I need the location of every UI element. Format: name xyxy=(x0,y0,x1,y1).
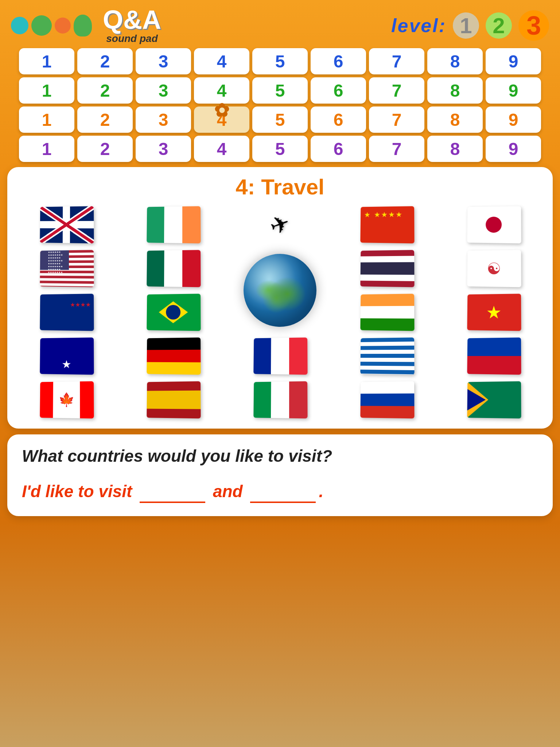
orange-btn-2[interactable]: 2 xyxy=(77,107,133,133)
flag-ireland xyxy=(147,206,201,243)
blue-btn-2[interactable]: 2 xyxy=(77,48,133,74)
flag-cell-spain[interactable] xyxy=(121,382,225,418)
logo-dots xyxy=(11,15,92,36)
purple-btn-7[interactable]: 7 xyxy=(369,136,424,162)
flag-brazil xyxy=(147,294,201,331)
purple-btn-6[interactable]: 6 xyxy=(311,136,366,162)
flag-canada xyxy=(40,381,94,418)
orange-btn-8[interactable]: 8 xyxy=(427,107,483,133)
flag-cell-mexico[interactable] xyxy=(121,250,225,287)
purple-btn-9[interactable]: 9 xyxy=(486,136,541,162)
purple-btn-5[interactable]: 5 xyxy=(252,136,308,162)
flag-cell-france[interactable] xyxy=(228,338,331,374)
level-2-button[interactable]: 2 xyxy=(486,12,512,39)
flag-cell-usa[interactable] xyxy=(15,250,118,287)
flag-cell-uk[interactable] xyxy=(15,206,118,243)
number-grid: 1 2 3 4 5 6 7 8 9 1 2 3 4 5 6 7 8 9 1 2 … xyxy=(0,48,560,162)
flag-vietnam xyxy=(467,294,521,331)
answer-suffix: . xyxy=(319,482,323,501)
green-btn-4[interactable]: 4 xyxy=(194,77,249,104)
purple-btn-1[interactable]: 1 xyxy=(19,136,74,162)
purple-btn-2[interactable]: 2 xyxy=(77,136,133,162)
orange-btn-5[interactable]: 5 xyxy=(252,107,308,133)
orange-btn-9[interactable]: 9 xyxy=(486,107,541,133)
green-btn-2[interactable]: 2 xyxy=(77,77,133,104)
blue-btn-3[interactable]: 3 xyxy=(136,48,191,74)
flag-thailand xyxy=(360,250,414,287)
flag-cell-ireland[interactable] xyxy=(121,206,225,243)
purple-btn-8[interactable]: 8 xyxy=(427,136,483,162)
green-btn-5[interactable]: 5 xyxy=(252,77,308,104)
header: Q&A sound pad level: 1 2 3 xyxy=(0,0,560,48)
blue-btn-8[interactable]: 8 xyxy=(427,48,483,74)
orange-btn-6[interactable]: 6 xyxy=(311,107,366,133)
blue-btn-6[interactable]: 6 xyxy=(311,48,366,74)
green-btn-8[interactable]: 8 xyxy=(427,77,483,104)
flag-usa xyxy=(40,250,94,287)
flag-uk xyxy=(40,206,94,243)
blue-btn-9[interactable]: 9 xyxy=(486,48,541,74)
dot-green xyxy=(31,15,52,36)
flag-cell-canada[interactable] xyxy=(15,382,118,418)
flag-cell-india[interactable] xyxy=(335,294,439,330)
flag-germany xyxy=(147,337,201,375)
flag-cell-australia[interactable] xyxy=(15,338,118,374)
level-3-button[interactable]: 3 xyxy=(518,10,549,41)
green-btn-3[interactable]: 3 xyxy=(136,77,191,104)
green-btn-1[interactable]: 1 xyxy=(19,77,74,104)
flag-china xyxy=(360,206,414,243)
flag-australia xyxy=(40,337,94,375)
flag-spain xyxy=(147,381,201,418)
flag-cell-greece[interactable] xyxy=(335,338,439,374)
flag-cell-philippines[interactable] xyxy=(442,338,545,374)
orange-btn-4[interactable]: ✿ 4 xyxy=(194,107,249,133)
flag-cell-nz[interactable] xyxy=(15,294,118,330)
airplane-icon: ✈ xyxy=(266,209,294,241)
flag-japan xyxy=(467,206,521,243)
blank-1 xyxy=(140,478,205,503)
flag-cell-brazil[interactable] xyxy=(121,294,225,330)
number-row-orange: 1 2 3 ✿ 4 5 6 7 8 9 xyxy=(7,107,553,133)
flag-cell-germany[interactable] xyxy=(121,338,225,374)
orange-btn-3[interactable]: 3 xyxy=(136,107,191,133)
flag-cell-russia[interactable] xyxy=(335,382,439,418)
orange-btn-1[interactable]: 1 xyxy=(19,107,74,133)
flag-nz xyxy=(40,294,94,331)
main-card: 4: Travel ✈ xyxy=(7,167,553,429)
globe-cell xyxy=(228,254,331,327)
flag-philippines xyxy=(467,337,521,375)
flag-cell-southafrica[interactable] xyxy=(442,382,545,418)
flag-italy xyxy=(253,381,307,418)
answer-text: I'd like to visit and . xyxy=(22,478,538,503)
purple-btn-4[interactable]: 4 xyxy=(194,136,249,162)
answer-middle: and xyxy=(213,482,243,501)
app-subtitle: sound pad xyxy=(106,33,158,44)
flag-cell-korea[interactable] xyxy=(442,250,545,287)
flag-france xyxy=(253,337,307,375)
blue-btn-1[interactable]: 1 xyxy=(19,48,74,74)
flag-cell-italy[interactable] xyxy=(228,382,331,418)
app-title: Q&A sound pad xyxy=(103,7,161,44)
blue-btn-5[interactable]: 5 xyxy=(252,48,308,74)
flag-cell-thailand[interactable] xyxy=(335,250,439,287)
number-row-blue: 1 2 3 4 5 6 7 8 9 xyxy=(7,48,553,74)
green-btn-9[interactable]: 9 xyxy=(486,77,541,104)
green-btn-7[interactable]: 7 xyxy=(369,77,424,104)
flag-southafrica xyxy=(467,381,521,418)
flag-cell-japan[interactable] xyxy=(442,206,545,243)
flag-cell-vietnam[interactable] xyxy=(442,294,545,330)
green-btn-6[interactable]: 6 xyxy=(311,77,366,104)
plane-cell: ✈ xyxy=(228,211,331,238)
topic-title: 4: Travel xyxy=(15,174,545,200)
orange-btn-7[interactable]: 7 xyxy=(369,107,424,133)
flag-cell-china[interactable] xyxy=(335,206,439,243)
flag-greece xyxy=(360,337,414,375)
purple-btn-3[interactable]: 3 xyxy=(136,136,191,162)
dot-orange xyxy=(55,18,71,34)
level-1-button[interactable]: 1 xyxy=(453,12,479,39)
dot-teal xyxy=(11,17,28,34)
blue-btn-4[interactable]: 4 xyxy=(194,48,249,74)
question-text: What countries would you like to visit? xyxy=(22,445,538,467)
flag-india xyxy=(360,294,414,331)
blue-btn-7[interactable]: 7 xyxy=(369,48,424,74)
